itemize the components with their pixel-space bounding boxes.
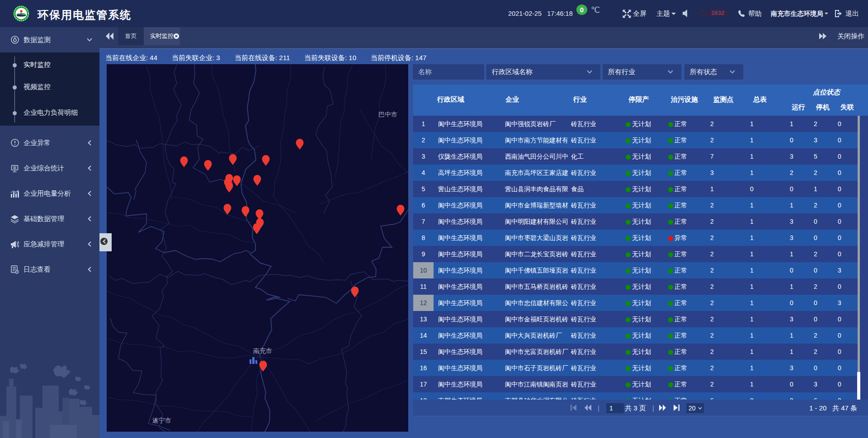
svg-text:遂宁市: 遂宁市 [152, 417, 171, 424]
